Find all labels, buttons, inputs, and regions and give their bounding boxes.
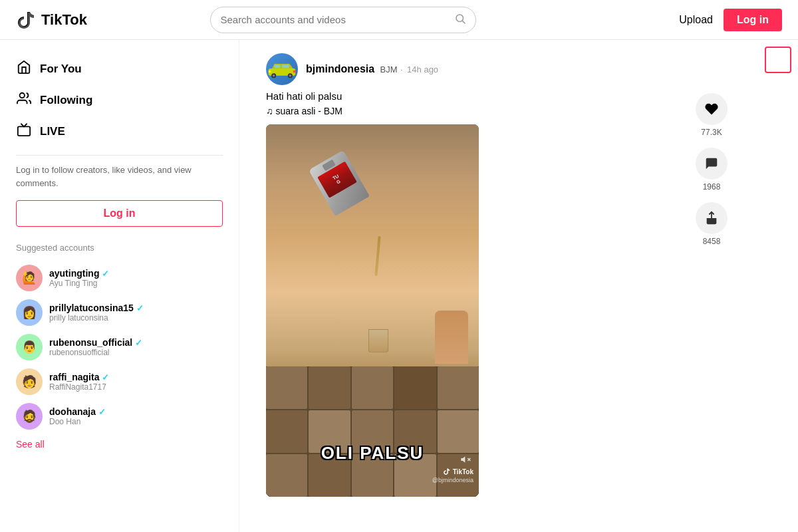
account-info-doo: doohanaja ✓ Doo Han [49, 406, 106, 426]
avatar-ruben: 👨 [16, 334, 43, 360]
header-actions: Upload Log in [679, 9, 782, 31]
suggested-accounts-list: 🙋 ayutingting ✓ Ayu Ting Ting 👩 prillyla… [16, 261, 223, 434]
action-bar: 77.3K 1968 [692, 53, 732, 497]
share-icon-circle[interactable] [696, 202, 728, 234]
display-ruben: rubenonsuofficial [49, 348, 142, 357]
display-prilly: prilly latuconsina [49, 313, 144, 323]
account-item-ayutingting[interactable]: 🙋 ayutingting ✓ Ayu Ting Ting [16, 261, 223, 295]
search-icon [454, 13, 466, 27]
sidebar-item-live[interactable]: LIVE [16, 116, 223, 147]
username-ruben: rubenonsu_official ✓ [49, 337, 142, 348]
verified-badge-raffi: ✓ [102, 372, 109, 382]
share-action[interactable]: 8458 [696, 202, 728, 246]
sidebar-item-following[interactable]: Following [16, 84, 223, 116]
account-info-raffi: raffi_nagita ✓ RaffiNagita1717 [49, 372, 109, 392]
poster-time: 14h ago [407, 65, 438, 74]
poster-username: bjmindonesia BJM · 14h ago [306, 63, 438, 75]
live-label: LIVE [40, 125, 65, 138]
account-info-ruben: rubenonsu_official ✓ rubenonsuofficial [49, 337, 142, 357]
right-box [765, 47, 791, 73]
comment-icon-circle[interactable] [696, 148, 728, 180]
logo-text: TikTok [41, 11, 87, 29]
comment-action[interactable]: 1968 [696, 148, 728, 192]
person-arm [435, 311, 468, 364]
account-item-doo[interactable]: 🧔 doohanaja ✓ Doo Han [16, 399, 223, 434]
sidebar-item-for-you[interactable]: For You [16, 53, 223, 84]
avatar-doo: 🧔 [16, 403, 43, 430]
main-layout: For You Following [0, 40, 798, 532]
username-prilly: prillylatuconsina15 ✓ [49, 303, 144, 313]
account-item-raffi[interactable]: 🧑 raffi_nagita ✓ RaffiNagita1717 [16, 364, 223, 399]
display-raffi: RaffiNagita1717 [49, 382, 109, 392]
svg-rect-6 [282, 65, 289, 68]
svg-point-2 [20, 93, 25, 98]
see-all-button[interactable]: See all [16, 439, 223, 450]
username-doo: doohanaja ✓ [49, 406, 106, 417]
video-poster: bjmindonesia BJM · 14h ago [266, 53, 678, 85]
account-item-prilly[interactable]: 👩 prillylatuconsina15 ✓ prilly latuconsi… [16, 295, 223, 330]
poster-info: bjmindonesia BJM · 14h ago [306, 63, 438, 75]
search-input[interactable] [220, 14, 449, 25]
live-icon [16, 122, 32, 140]
sidebar-nav: For You Following [16, 53, 223, 147]
svg-rect-12 [293, 70, 296, 73]
login-prompt: Log in to follow creators, like videos, … [16, 164, 223, 190]
svg-rect-5 [275, 65, 281, 68]
svg-point-0 [456, 15, 464, 22]
like-action[interactable]: 77.3K [696, 93, 728, 137]
poster-badge: BJM [380, 65, 398, 74]
verified-badge-ruben: ✓ [135, 338, 142, 348]
display-ayutingting: Ayu Ting Ting [49, 279, 109, 288]
video-music: ♫ suara asli - BJM [266, 106, 678, 116]
svg-point-10 [289, 74, 292, 77]
username-ayutingting: ayutingting ✓ [49, 268, 109, 279]
logo: TikTok [16, 9, 109, 31]
share-count: 8458 [703, 237, 721, 246]
home-icon [16, 60, 32, 78]
video-caption: Hati hati oli palsu [266, 90, 678, 102]
svg-rect-3 [18, 126, 30, 136]
login-outline-button[interactable]: Log in [16, 200, 223, 227]
account-info-ayutingting: ayutingting ✓ Ayu Ting Ting [49, 268, 109, 288]
suggested-accounts-title: Suggested accounts [16, 243, 223, 253]
header: TikTok Upload Log in [0, 0, 798, 40]
oil-container: TUG [330, 143, 376, 203]
account-item-ruben[interactable]: 👨 rubenonsu_official ✓ rubenonsuofficial [16, 330, 223, 364]
login-button[interactable]: Log in [724, 9, 782, 31]
tiktok-watermark: TikTok @bjmindonesia [432, 467, 473, 483]
for-you-label: For You [40, 63, 82, 76]
svg-rect-11 [269, 70, 271, 73]
upload-button[interactable]: Upload [679, 14, 713, 26]
account-info-prilly: prillylatuconsina15 ✓ prilly latuconsina [49, 303, 144, 323]
svg-point-8 [273, 74, 275, 77]
music-note-icon: ♫ [266, 106, 273, 116]
glass-cup [368, 329, 388, 352]
verified-badge-doo: ✓ [98, 407, 106, 417]
nav-divider [16, 155, 223, 156]
video-overlay-text: OLI PALSU [321, 443, 424, 464]
comment-count: 1968 [703, 182, 721, 192]
following-icon [16, 91, 32, 109]
like-icon-circle[interactable] [696, 93, 728, 125]
video-main: bjmindonesia BJM · 14h ago Hati hati oli… [266, 53, 678, 497]
display-doo: Doo Han [49, 417, 106, 426]
tiktok-logo-small: TikTok [443, 467, 473, 475]
video-card: bjmindonesia BJM · 14h ago Hati hati oli… [266, 53, 732, 497]
avatar-ayutingting: 🙋 [16, 265, 43, 291]
search-bar [210, 7, 476, 33]
right-panel [758, 40, 798, 532]
video-handle: @bjmindonesia [432, 477, 473, 483]
mute-icon [460, 454, 471, 467]
svg-line-1 [463, 21, 466, 23]
avatar-raffi: 🧑 [16, 368, 43, 395]
video-thumbnail[interactable]: TUG OLI PALSU [266, 124, 479, 497]
poster-separator: · [400, 65, 403, 74]
like-count: 77.3K [701, 128, 722, 137]
verified-badge-ayutingting: ✓ [102, 269, 109, 279]
sidebar: For You Following [0, 40, 239, 532]
content-area: bjmindonesia BJM · 14h ago Hati hati oli… [239, 40, 758, 532]
following-label: Following [40, 94, 92, 107]
avatar-prilly: 👩 [16, 299, 43, 326]
username-raffi: raffi_nagita ✓ [49, 372, 109, 382]
poster-avatar[interactable] [266, 53, 298, 85]
